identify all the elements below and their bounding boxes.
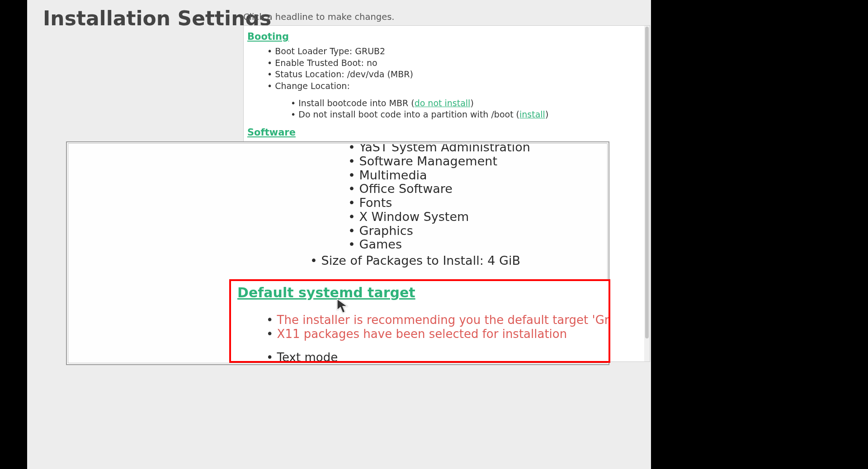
target-mode: Text mode <box>266 351 603 363</box>
pattern-item: Software Management <box>348 155 607 169</box>
warning-line: X11 packages have been selected for inst… <box>266 327 603 341</box>
pattern-item: Games <box>348 238 607 252</box>
install-part-suffix: ) <box>545 109 548 119</box>
page-title: Installation Settings <box>43 7 271 30</box>
booting-sublist: Install bootcode into MBR (do not instal… <box>291 98 641 121</box>
install-partition-row: Do not install boot code into a partitio… <box>291 109 641 121</box>
install-part-prefix: Do not install boot code into a partitio… <box>298 109 519 119</box>
booting-list: Boot Loader Type: GRUB2 Enable Trusted B… <box>267 46 641 92</box>
pattern-item: Fonts <box>348 196 607 210</box>
packages-size: Size of Packages to Install: 4 GiB <box>310 253 607 267</box>
enable-trusted-boot: Enable Trusted Boot: no <box>267 57 641 69</box>
warning-line: The installer is recommending you the de… <box>266 313 603 327</box>
install-mbr-row: Install bootcode into MBR (do not instal… <box>291 98 641 109</box>
install-mbr-suffix: ) <box>470 98 473 108</box>
status-location: Status Location: /dev/vda (MBR) <box>267 69 641 80</box>
overlay-content: YaST System Administration Software Mana… <box>236 144 607 267</box>
boot-loader-type: Boot Loader Type: GRUB2 <box>267 46 641 57</box>
pattern-item: Office Software <box>348 182 607 196</box>
hint-text: Click a headline to make changes. <box>243 12 395 22</box>
install-mbr-prefix: Install bootcode into MBR ( <box>298 98 414 108</box>
default-systemd-target-heading[interactable]: Default systemd target <box>237 285 603 300</box>
default-target-inner: Default systemd target The installer is … <box>231 281 609 363</box>
default-target-warnings: The installer is recommending you the de… <box>266 313 603 341</box>
pattern-list: YaST System Administration Software Mana… <box>348 144 607 252</box>
booting-heading[interactable]: Booting <box>247 31 641 42</box>
pattern-item: X Window System <box>348 210 607 224</box>
change-location: Change Location: <box>267 80 641 92</box>
pattern-item: Graphics <box>348 224 607 238</box>
installer-window: Installation Settings Click a headline t… <box>27 0 651 469</box>
pattern-item: Multimedia <box>348 169 607 183</box>
pattern-item: YaST System Administration <box>348 144 607 155</box>
install-partition-link[interactable]: install <box>519 109 545 119</box>
do-not-install-mbr-link[interactable]: do not install <box>415 98 471 108</box>
default-target-highlight: Default systemd target The installer is … <box>229 279 610 363</box>
software-heading[interactable]: Software <box>247 127 641 138</box>
scrollbar-thumb[interactable] <box>645 27 649 338</box>
summary-scrollbar[interactable] <box>644 26 650 361</box>
